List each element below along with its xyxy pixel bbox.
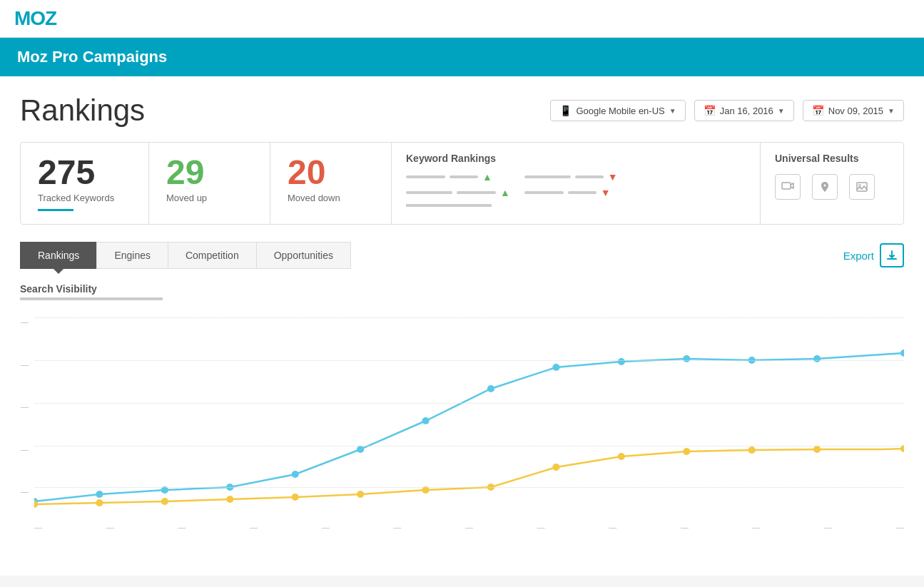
chart-svg	[34, 310, 904, 517]
x-label-4: —	[250, 523, 258, 531]
blue-dot-14	[900, 349, 904, 357]
x-label-10: —	[681, 523, 689, 531]
campaign-title: Moz Pro Campaigns	[17, 48, 907, 66]
svg-rect-0	[782, 183, 791, 189]
svg-rect-1	[857, 183, 867, 191]
kw-row-1: ▲	[406, 171, 510, 183]
date1-filter-label: Jan 16, 2016	[720, 106, 773, 116]
y-label-4: —	[20, 360, 29, 369]
grid-line-2	[34, 360, 904, 361]
x-label-7: —	[465, 523, 473, 531]
chart-section: Search Visibility — — — — —	[20, 283, 904, 524]
chevron-down-icon: ▼	[669, 107, 676, 115]
tracked-keywords-label: Tracked Keywords	[38, 193, 131, 203]
kw-bar-1	[406, 175, 445, 178]
device-filter-button[interactable]: 📱 Google Mobile en-US ▼	[550, 100, 685, 121]
kw-row-3: ▼	[524, 171, 618, 183]
stats-row: 275 Tracked Keywords 29 Moved up 20 Move…	[20, 142, 904, 225]
kw-bar-4	[457, 191, 496, 194]
tab-rankings[interactable]: Rankings	[20, 242, 96, 269]
universal-results-title: Universal Results	[775, 153, 889, 164]
moved-down-number: 20	[288, 155, 374, 190]
tracked-keywords-card: 275 Tracked Keywords	[21, 143, 149, 224]
x-label-11: —	[753, 523, 761, 531]
page-title: Rankings	[20, 93, 145, 128]
blue-dot-2	[96, 491, 103, 498]
tracked-keywords-underline	[38, 209, 73, 211]
moved-down-card: 20 Moved down	[270, 143, 392, 224]
y-label-2: —	[20, 445, 29, 454]
universal-results-card: Universal Results	[761, 143, 903, 224]
map-icon	[812, 174, 838, 200]
image-icon	[849, 174, 875, 200]
grid-line-3	[34, 403, 904, 404]
blue-dot-6	[357, 446, 364, 453]
device-filter-label: Google Mobile en-US	[576, 106, 664, 116]
arrow-down-icon-2: ▼	[601, 187, 611, 198]
yellow-dot-12	[748, 446, 756, 454]
grid-line-4	[34, 446, 904, 446]
x-label-5: —	[322, 523, 330, 531]
kw-bar-8	[568, 191, 596, 194]
yellow-dot-9	[552, 464, 559, 471]
date2-filter-label: Nov 09, 2015	[828, 106, 883, 116]
moved-up-number: 29	[166, 155, 253, 190]
moved-up-label: Moved up	[166, 193, 253, 203]
arrow-up-icon-2: ▲	[500, 187, 510, 198]
x-label-8: —	[537, 523, 545, 531]
chart-title: Search Visibility	[20, 283, 904, 295]
x-label-6: —	[393, 523, 401, 531]
tabs-row: Rankings Engines Competition Opportuniti…	[20, 242, 904, 269]
tab-engines[interactable]: Engines	[96, 242, 168, 269]
blue-dot-8	[487, 385, 494, 392]
filter-controls: 📱 Google Mobile en-US ▼ 📅 Jan 16, 2016 ▼…	[550, 100, 904, 121]
grid-line-1	[34, 317, 904, 318]
yellow-dot-2	[96, 499, 103, 506]
yellow-dot-13	[813, 446, 821, 453]
tab-opportunities[interactable]: Opportunities	[256, 242, 351, 269]
y-label-3: —	[20, 402, 29, 411]
chevron-down-icon-2: ▼	[778, 107, 785, 115]
arrow-up-icon-1: ▲	[482, 171, 492, 183]
x-label-13: —	[896, 523, 904, 531]
x-label-9: —	[609, 523, 616, 531]
x-label-1: —	[34, 523, 42, 531]
kw-bar-5	[524, 175, 571, 178]
blue-dot-13	[813, 355, 821, 362]
main-content: Rankings 📱 Google Mobile en-US ▼ 📅 Jan 1…	[0, 76, 924, 576]
date1-filter-button[interactable]: 📅 Jan 16, 2016 ▼	[694, 100, 794, 121]
blue-dot-7	[422, 417, 429, 424]
kw-bar-2	[450, 175, 478, 178]
blue-dot-11	[683, 355, 690, 362]
yellow-dot-10	[618, 453, 625, 460]
x-label-2: —	[106, 523, 114, 531]
blue-dot-10	[618, 358, 625, 365]
video-icon	[775, 174, 801, 200]
keyword-rankings-card: Keyword Rankings ▲ ▲	[392, 143, 761, 224]
export-button[interactable]: Export	[843, 243, 904, 267]
mobile-icon: 📱	[559, 105, 572, 116]
date2-filter-button[interactable]: 📅 Nov 09, 2015 ▼	[803, 100, 904, 121]
yellow-dot-4	[226, 496, 233, 503]
moz-logo: MOZ	[14, 7, 56, 30]
export-label: Export	[843, 250, 874, 262]
kw-bar-7	[524, 191, 564, 194]
kw-right-col: ▼ ▼	[524, 171, 618, 198]
blue-dot-5	[292, 471, 299, 478]
export-download-icon	[880, 243, 904, 267]
moved-down-label: Moved down	[288, 193, 374, 203]
x-label-12: —	[824, 523, 832, 531]
x-label-3: —	[178, 523, 186, 531]
rankings-header: Rankings 📱 Google Mobile en-US ▼ 📅 Jan 1…	[20, 93, 904, 128]
kw-left-col: ▲ ▲	[406, 171, 510, 198]
yellow-dot-11	[683, 448, 690, 455]
yellow-dot-5	[292, 494, 299, 501]
kw-bar-3	[406, 191, 452, 194]
tracked-keywords-number: 275	[38, 155, 131, 190]
kw-bar-6	[575, 175, 604, 178]
kw-row-4: ▼	[524, 187, 618, 198]
tab-competition[interactable]: Competition	[168, 242, 256, 269]
universal-results-icons	[775, 174, 889, 200]
moved-up-card: 29 Moved up	[149, 143, 270, 224]
arrow-down-icon-1: ▼	[608, 171, 618, 183]
